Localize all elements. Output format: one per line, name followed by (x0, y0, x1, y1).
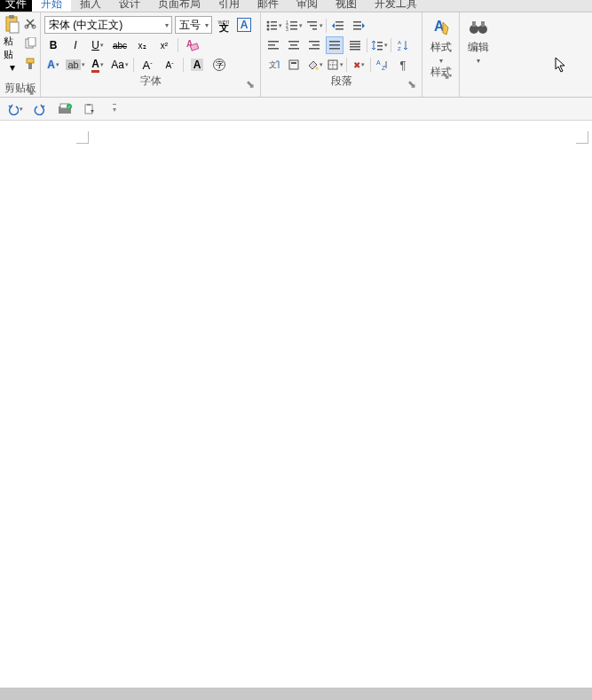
undo-button[interactable]: ▾ (7, 101, 23, 117)
svg-rect-48 (377, 42, 383, 43)
svg-rect-16 (271, 28, 277, 30)
styles-button[interactable]: A 样式 ▾ (430, 15, 452, 65)
page-margin-corner-right (576, 131, 588, 144)
chevron-down-icon: ▾ (165, 21, 169, 29)
svg-rect-14 (271, 25, 277, 27)
launcher-icon[interactable]: ⬊ (441, 69, 450, 78)
text-direction-button[interactable]: 文 (264, 56, 282, 74)
align-distributed-button[interactable] (346, 36, 364, 54)
clear-formatting-button[interactable]: A (183, 36, 201, 54)
document-area[interactable] (0, 121, 592, 688)
align-center-button[interactable] (285, 36, 303, 54)
phonetic-guide-button[interactable]: wén 文 (215, 16, 233, 34)
svg-rect-50 (377, 49, 383, 51)
chevron-down-icon: ▾ (320, 22, 323, 29)
paste-options-button[interactable] (82, 101, 98, 117)
sort-az-button[interactable]: AZ (374, 56, 391, 74)
highlight-button[interactable]: ab▾ (67, 56, 84, 74)
tab-developer[interactable]: 开发工具 (366, 0, 426, 12)
divider (367, 38, 367, 52)
divider (370, 58, 371, 72)
svg-text:A: A (376, 59, 381, 66)
borders-button[interactable]: ▾ (326, 56, 343, 74)
line-spacing-icon (371, 39, 383, 51)
superscript-button[interactable]: x² (155, 36, 173, 54)
svg-rect-34 (268, 48, 279, 50)
paste-button[interactable]: 粘贴 ▾ (4, 15, 20, 81)
decrease-indent-button[interactable] (329, 17, 347, 35)
svg-rect-55 (291, 62, 296, 64)
underline-button[interactable]: U▾ (89, 36, 107, 54)
tab-insert[interactable]: 插入 (71, 0, 110, 12)
divider (391, 38, 391, 52)
asian-layout-button[interactable] (285, 56, 303, 74)
launcher-icon[interactable]: ⬊ (246, 78, 255, 87)
grow-font-button[interactable]: Aˇ (138, 56, 156, 74)
clipboard-paste-icon (4, 15, 20, 35)
align-right-button[interactable] (305, 36, 323, 54)
group-label-styles: 样式 ⬊ (430, 65, 452, 79)
tab-home[interactable]: 开始 (32, 0, 71, 12)
tab-layout[interactable]: 页面布局 (149, 0, 209, 12)
multilevel-list-button[interactable]: ▾ (305, 17, 323, 35)
char-border-button[interactable]: A (235, 16, 253, 34)
text-effects-button[interactable]: A▾ (44, 56, 62, 74)
chevron-down-icon: ▾ (20, 106, 23, 113)
numbering-button[interactable]: 123▾ (285, 17, 303, 35)
strikethrough-button[interactable]: abc (111, 36, 129, 54)
redo-button[interactable] (32, 101, 48, 117)
tab-review[interactable]: 审阅 (288, 0, 327, 12)
subscript-button[interactable]: x₂ (133, 36, 151, 54)
customize-qat-button[interactable]: ▾ (107, 101, 122, 117)
shading-button[interactable]: ▾ (305, 56, 323, 74)
shrink-font-button[interactable]: Aˇ (161, 56, 178, 74)
increase-indent-button[interactable] (350, 17, 367, 35)
redo-icon (34, 103, 46, 115)
asian-combine-button[interactable]: ✖▾ (350, 56, 367, 74)
divider (346, 58, 347, 72)
svg-rect-46 (350, 46, 360, 48)
tab-view[interactable]: 视图 (327, 0, 366, 12)
enclose-chars-button[interactable]: 字 (210, 56, 228, 74)
tab-references[interactable]: 引用 (209, 0, 249, 12)
chevron-down-icon: ▾ (100, 61, 104, 68)
bordered-a-icon: A (237, 18, 251, 32)
launcher-icon[interactable]: ⬊ (407, 78, 416, 87)
group-label-font: 字体 ⬊ (44, 74, 257, 88)
save-button[interactable]: ✓ (57, 101, 73, 117)
tab-design[interactable]: 设计 (110, 0, 149, 12)
font-size-select[interactable]: 五号 ▾ (175, 16, 212, 34)
group-label-clipboard: 剪贴板 ⬊ (4, 81, 36, 95)
pilcrow-icon: ¶ (400, 59, 407, 72)
align-justify-button[interactable] (326, 36, 343, 54)
svg-text:A: A (398, 40, 401, 45)
show-marks-button[interactable]: ¶ (394, 56, 412, 74)
cut-icon[interactable] (24, 17, 36, 32)
font-name-select[interactable]: 宋体 (中文正文) ▾ (44, 16, 172, 34)
svg-rect-35 (288, 41, 299, 43)
copy-icon[interactable] (24, 37, 36, 52)
find-button[interactable]: 编辑 ▾ (468, 15, 489, 65)
sort-button[interactable]: AZ (394, 36, 412, 54)
char-shading-button[interactable]: A (188, 56, 206, 74)
launcher-icon[interactable]: ⬊ (26, 85, 35, 94)
font-color-button[interactable]: A▾ (89, 56, 107, 74)
indent-icon (352, 20, 365, 32)
multilevel-icon (306, 20, 319, 32)
svg-rect-41 (329, 41, 340, 43)
svg-rect-45 (350, 43, 360, 45)
chevron-down-icon: ▾ (299, 22, 303, 29)
undo-icon (7, 103, 19, 115)
bold-button[interactable]: B (44, 36, 62, 54)
format-painter-icon[interactable] (24, 58, 36, 73)
bullets-button[interactable]: ▾ (264, 17, 282, 35)
italic-button[interactable]: I (67, 36, 84, 54)
change-case-button[interactable]: Aa▾ (111, 56, 129, 74)
tab-file[interactable]: 文件 (0, 0, 32, 12)
svg-rect-67 (481, 21, 485, 27)
align-left-button[interactable] (264, 36, 282, 54)
line-spacing-button[interactable]: ▾ (370, 36, 388, 54)
x-icon: ✖ (353, 60, 360, 70)
tab-mailings[interactable]: 邮件 (249, 0, 288, 12)
chevron-down-icon: ▾ (56, 61, 59, 68)
